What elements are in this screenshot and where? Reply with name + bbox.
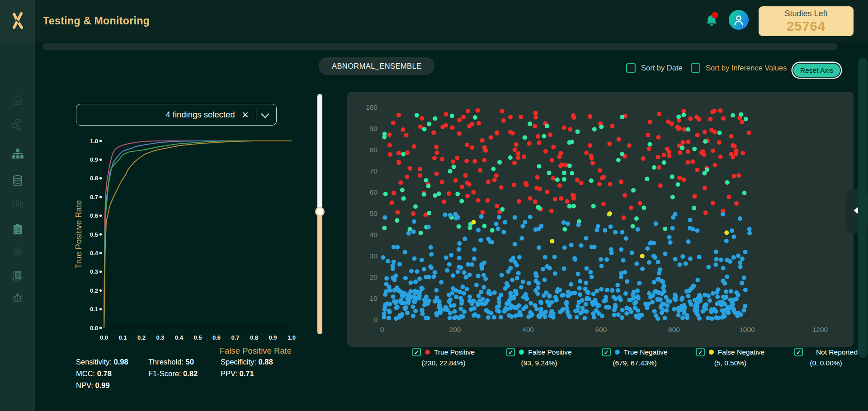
sidebar-item-samples[interactable]: [0, 195, 35, 215]
not-reported-color-dot: [807, 350, 812, 355]
legend-item-false-negative[interactable]: ✓False Negative(5, 0.50%): [685, 348, 776, 367]
true-positive-visibility-checkbox[interactable]: ✓: [412, 348, 421, 356]
false-positive-stat: (93, 9.24%): [521, 359, 557, 367]
app-header: Testing & Monitoring Studies Left 25764: [0, 0, 868, 42]
roc-chart[interactable]: 0.00.10.20.30.40.50.60.70.80.91.00.00.10…: [72, 133, 303, 357]
metric-mcc: MCC: 0.78: [76, 369, 148, 378]
sidebar-item-network[interactable]: [0, 242, 35, 262]
sidebar-item-hierarchy[interactable]: [0, 144, 35, 163]
svg-text:30: 30: [370, 252, 378, 260]
collapsed-panel-bar[interactable]: [43, 43, 837, 50]
svg-text:0.2: 0.2: [90, 287, 98, 294]
svg-text:40: 40: [370, 231, 378, 238]
clear-selection-icon[interactable]: ✕: [242, 110, 249, 120]
svg-text:0.3: 0.3: [90, 268, 98, 275]
sidebar-item-workflow[interactable]: [0, 115, 35, 135]
studies-left-value: 25764: [787, 19, 826, 34]
svg-text:800: 800: [668, 326, 680, 333]
false-negative-label: False Negative: [718, 348, 764, 356]
not-reported-label: Not Reported: [816, 348, 858, 356]
vertical-scrollbar[interactable]: [858, 58, 868, 358]
user-avatar[interactable]: [729, 10, 749, 30]
false-positive-visibility-checkbox[interactable]: ✓: [506, 348, 515, 356]
slider-track-upper[interactable]: [317, 94, 322, 208]
model-name-chip[interactable]: ABNORMAL_ENSEMBLE: [319, 57, 434, 75]
scatter-legend: ✓True Positive(230, 22.84%)✓False Positi…: [398, 348, 868, 367]
true-negative-label: True Negative: [624, 348, 668, 356]
sidebar-item-reports[interactable]: [0, 266, 35, 286]
finding-roc-4: [104, 141, 292, 328]
threshold-slider[interactable]: [317, 94, 323, 334]
brand-x-icon: [10, 12, 25, 30]
slider-thumb[interactable]: [315, 207, 325, 216]
true-negative-visibility-checkbox[interactable]: ✓: [602, 348, 611, 356]
not-reported-visibility-checkbox[interactable]: ✓: [794, 348, 803, 356]
true-negative-stat: (679, 67.43%): [613, 359, 656, 367]
bell-icon: [702, 11, 722, 31]
sidebar-item-home[interactable]: [0, 90, 35, 110]
model-name-label: ABNORMAL_ENSEMBLE: [332, 62, 421, 70]
svg-text:600: 600: [595, 326, 607, 333]
svg-text:0.6: 0.6: [212, 334, 221, 341]
legend-item-true-positive[interactable]: ✓True Positive(230, 22.84%): [398, 348, 489, 367]
sort-by-date-checkbox[interactable]: [626, 63, 636, 73]
sort-by-inference-control: Sort by Inference Values: [691, 63, 787, 73]
chevron-down-icon[interactable]: [261, 110, 269, 118]
svg-text:0.1: 0.1: [90, 306, 98, 313]
true-positive-label: True Positive: [434, 348, 475, 356]
svg-text:20: 20: [370, 273, 378, 281]
svg-text:0.6: 0.6: [90, 212, 98, 219]
home-icon: [11, 93, 24, 107]
false-positive-color-dot: [519, 350, 524, 355]
svg-text:0.9: 0.9: [90, 156, 98, 163]
svg-text:0.8: 0.8: [90, 175, 98, 182]
slider-track-lower[interactable]: [317, 215, 322, 334]
inference-scatter-chart[interactable]: 0102030405060708090100020040060080010001…: [347, 92, 854, 347]
svg-text:60: 60: [370, 188, 378, 196]
svg-text:0.3: 0.3: [156, 334, 164, 341]
svg-text:400: 400: [522, 326, 534, 333]
testing-monitoring-app: Testing & Monitoring Studies Left 25764 …: [0, 0, 868, 411]
app-logo[interactable]: [0, 0, 35, 42]
metric-ppv: PPV: 0.71: [221, 369, 304, 378]
finding-roc-1: [104, 141, 292, 328]
legend-item-false-positive[interactable]: ✓False Positive(93, 9.24%): [494, 348, 585, 367]
svg-text:0.5: 0.5: [193, 334, 202, 341]
checklist-icon: [11, 222, 24, 236]
reset-axis-label: Reset Axis: [800, 66, 833, 75]
sidebar-item-checklist[interactable]: [0, 219, 35, 239]
metric-f1-score: F1-Score: 0.82: [148, 369, 221, 378]
workflow-icon: [11, 118, 24, 131]
svg-text:0.9: 0.9: [269, 334, 277, 341]
sidebar-item-debug[interactable]: [0, 288, 35, 308]
database-icon: [11, 174, 24, 187]
network-icon: [11, 245, 24, 258]
true-positive-color-dot: [425, 350, 430, 355]
svg-text:0.7: 0.7: [231, 334, 239, 341]
sort-by-date-label: Sort by Date: [641, 64, 683, 72]
sort-by-inference-checkbox[interactable]: [691, 63, 700, 73]
reset-axis-button[interactable]: Reset Axis: [793, 63, 841, 78]
svg-text:0.0: 0.0: [100, 334, 108, 341]
legend-item-not-reported[interactable]: ✓Not Reported(0, 0.00%): [780, 348, 868, 367]
not-reported-stat: (0, 0.00%): [810, 359, 842, 367]
svg-text:0: 0: [373, 316, 377, 323]
sort-by-date-control: Sort by Date: [626, 63, 683, 73]
svg-text:200: 200: [449, 326, 461, 333]
false-positive-label: False Positive: [528, 348, 571, 356]
sidebar-item-database[interactable]: [0, 171, 35, 191]
true-positive-stat: (230, 22.84%): [421, 359, 465, 367]
person-icon: [732, 13, 745, 27]
studies-left-card: Studies Left 25764: [759, 6, 854, 36]
findings-select[interactable]: 4 findings selected ✕: [76, 104, 277, 126]
false-negative-visibility-checkbox[interactable]: ✓: [696, 348, 705, 356]
svg-text:0: 0: [380, 326, 384, 333]
svg-text:1.0: 1.0: [90, 138, 98, 145]
select-divider: [256, 108, 257, 121]
svg-text:1000: 1000: [739, 326, 755, 333]
metric-npv: NPV: 0.99: [76, 381, 148, 390]
legend-item-true-negative[interactable]: ✓True Negative(679, 67.43%): [589, 348, 680, 367]
metrics-panel: Sensitivity: 0.98Threshold: 50Specificit…: [76, 358, 311, 390]
notifications-button[interactable]: [702, 11, 722, 31]
metric-threshold: Threshold: 50: [148, 358, 221, 366]
